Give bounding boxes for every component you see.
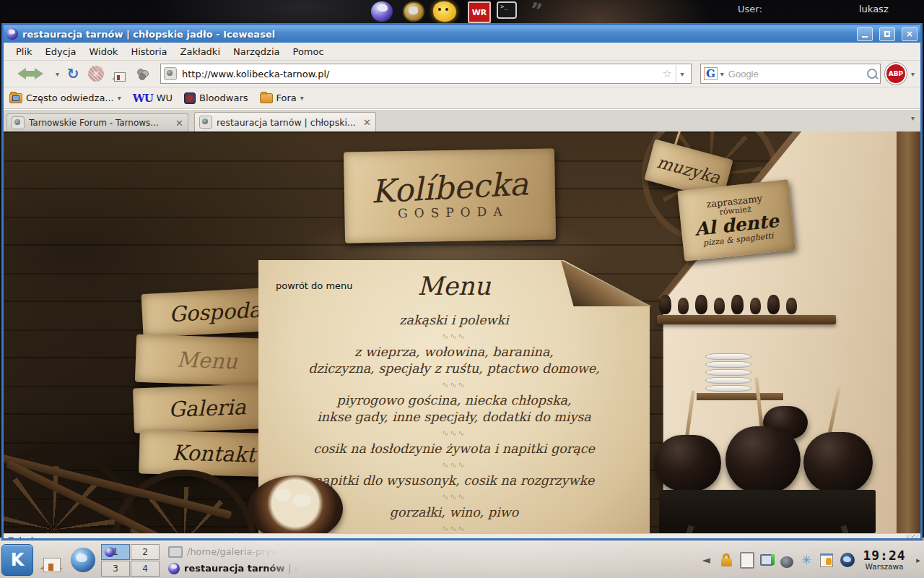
menu-line[interactable]: inkse gady, inne specjały, dodatki do mi… <box>317 410 590 425</box>
browser-launcher[interactable] <box>69 546 97 574</box>
menu-narzedzia[interactable]: Narzędzia <box>227 45 287 59</box>
status-text: Zakończono <box>8 536 60 541</box>
adblock-dropdown-arrow[interactable]: ▾ <box>911 70 915 78</box>
menu-line[interactable]: piyrogowo gościna, niecka chłopska, <box>336 393 571 408</box>
menu-pomoc[interactable]: Pomoc <box>287 45 331 59</box>
menu-line[interactable]: gorzałki, wino, piwo <box>390 505 519 520</box>
desktop-icon-orb[interactable] <box>371 1 393 22</box>
tab-restauracja-tarnow[interactable]: restauracja tarnów | chłopski... ✕ <box>194 112 376 131</box>
url-input[interactable] <box>180 68 658 80</box>
wallpaper-quote-mark: ” <box>528 0 553 22</box>
tab-list-dropdown[interactable]: ▾ <box>911 114 915 122</box>
tab-close-icon[interactable]: ✕ <box>175 118 183 129</box>
search-input[interactable] <box>727 68 864 80</box>
menu-line[interactable]: dziczyzna, specjały z ruśtu, ptactwo dom… <box>308 361 599 376</box>
forward-button[interactable] <box>32 64 51 83</box>
bookmark-star-icon[interactable]: ☆ <box>663 67 672 80</box>
task-iceweasel-window[interactable]: restauracja tarnów | c <box>168 561 479 576</box>
menubar: Plik Edycja Widok Historia Zakładki Narz… <box>4 43 920 61</box>
al-dente-sign[interactable]: zapraszamy również Al dente pizza & spag… <box>677 179 795 262</box>
k-menu-button[interactable]: K <box>1 544 33 576</box>
pager-desktop-1[interactable]: 1 <box>101 544 130 560</box>
user-label: User: <box>738 4 762 14</box>
google-engine-icon[interactable]: G <box>704 67 718 80</box>
menu-divider-ornament: ∿∿∿ <box>442 524 466 533</box>
desktop: WR >_ ” User: lukasz restauracja tarnów … <box>0 0 924 578</box>
resize-grip[interactable] <box>907 535 920 540</box>
tab-tarnowskie-forum[interactable]: Tarnowskie Forum - Tarnows... ✕ <box>6 113 188 131</box>
url-dropdown-button[interactable]: ▾ <box>676 65 688 82</box>
bookmark-wu[interactable]: WU WU <box>133 92 173 105</box>
user-name: lukasz <box>859 4 889 14</box>
menu-line[interactable]: zakąski i polewki <box>399 313 508 328</box>
tray-icon-calendar[interactable] <box>819 552 835 568</box>
tab-favicon <box>12 116 25 129</box>
bookmark-often-visited[interactable]: Często odwiedza... ▾ <box>9 92 121 103</box>
cooking-pot <box>725 426 801 493</box>
panel-hide-arrow[interactable]: ▸ <box>914 543 923 577</box>
tray-icon-bug[interactable] <box>780 556 793 568</box>
bookmark-bloodwars[interactable]: Bloodwars <box>184 92 248 104</box>
search-magnifier-icon[interactable] <box>867 69 877 79</box>
desktop-user-info: User: lukasz <box>738 4 911 14</box>
browser-window: restauracja tarnów | chłopskie jadło - I… <box>1 23 923 540</box>
folder-icon <box>9 93 22 103</box>
titlebar[interactable]: restauracja tarnów | chłopskie jadło - I… <box>4 25 920 43</box>
tray-icon-snowflake[interactable]: ✳ <box>798 552 814 568</box>
forward-arrow-icon <box>35 68 49 79</box>
stop-button[interactable]: × <box>87 64 105 83</box>
cooking-pot <box>655 435 721 491</box>
menu-plik[interactable]: Plik <box>9 45 39 59</box>
pager-desktop-2[interactable]: 2 <box>131 544 160 560</box>
menu-heading: Menu <box>417 272 491 301</box>
addon-button[interactable] <box>133 64 152 83</box>
folder-icon <box>260 93 273 103</box>
tab-favicon <box>199 116 212 129</box>
window-title: restauracja tarnów | chłopskie jadło - I… <box>22 29 850 40</box>
menu-widok[interactable]: Widok <box>82 45 124 59</box>
tray-icon-klipper[interactable] <box>740 552 754 569</box>
desktop-pager: 1 2 3 4 <box>101 544 160 577</box>
menu-line[interactable]: cosik na łosłodzynie żywota i napitki go… <box>313 441 595 457</box>
tray-icon-lock[interactable] <box>719 552 735 568</box>
menu-line[interactable]: napitki dlo wysusonyk, cosik na rozgrzyw… <box>314 473 595 488</box>
home-button[interactable] <box>110 64 128 83</box>
desktop-icon-coin[interactable] <box>403 1 424 22</box>
desktop-icon-terminal[interactable]: >_ <box>497 1 517 19</box>
search-bar[interactable]: G ▾ <box>700 64 881 84</box>
tray-icon-monitor[interactable] <box>759 552 775 568</box>
site-favicon <box>164 67 177 80</box>
search-engine-dropdown[interactable]: ▾ <box>720 70 724 78</box>
desktop-icon-wr[interactable]: WR <box>468 1 491 23</box>
menu-zakladki[interactable]: Zakładki <box>174 45 227 59</box>
tab-close-icon[interactable]: ✕ <box>363 117 371 128</box>
url-bar[interactable]: ☆ ▾ <box>160 64 692 84</box>
bookmark-fora[interactable]: Fora ▾ <box>260 92 304 103</box>
menu-line[interactable]: z wieprza, wołowina, baranina, <box>354 345 554 360</box>
menu-divider-ornament: ∿∿∿ <box>442 428 466 438</box>
nav-button-menu[interactable]: Menu <box>135 335 279 387</box>
home-launcher[interactable] <box>38 546 65 574</box>
menu-edycja[interactable]: Edycja <box>39 45 83 59</box>
pager-desktop-3[interactable]: 3 <box>101 561 130 577</box>
adblock-plus-icon[interactable]: ABP <box>885 63 907 85</box>
close-button[interactable]: × <box>902 27 918 41</box>
tab-bar: Tarnowskie Forum - Tarnows... ✕ restaura… <box>4 109 920 131</box>
pager-desktop-4[interactable]: 4 <box>131 561 160 577</box>
minimize-button[interactable] <box>857 27 873 41</box>
logo-title: Kolíbecka <box>370 168 529 207</box>
desktop-icon-sun-creature[interactable] <box>433 1 456 22</box>
reload-button[interactable]: ↻ <box>64 64 82 83</box>
history-dropdown-arrow[interactable]: ▾ <box>56 70 59 78</box>
window-mini-icon <box>105 547 115 557</box>
cooking-pot <box>803 432 873 493</box>
menu-historia[interactable]: Historia <box>124 45 173 59</box>
tray-icon-globe[interactable] <box>840 553 855 567</box>
menu-divider-ornament: ∿∿∿ <box>442 492 466 501</box>
panel-clock[interactable]: 19:24 Warszawa <box>859 548 910 571</box>
maximize-button[interactable] <box>879 27 895 41</box>
tray-icon-volume[interactable]: ◄ <box>698 552 714 568</box>
back-button[interactable] <box>9 64 28 83</box>
page-content: Kolíbecka GOSPODA muzyka zapraszamy równ… <box>4 131 920 533</box>
task-galeria-window[interactable]: /home/galeria-prywa <box>168 544 479 559</box>
